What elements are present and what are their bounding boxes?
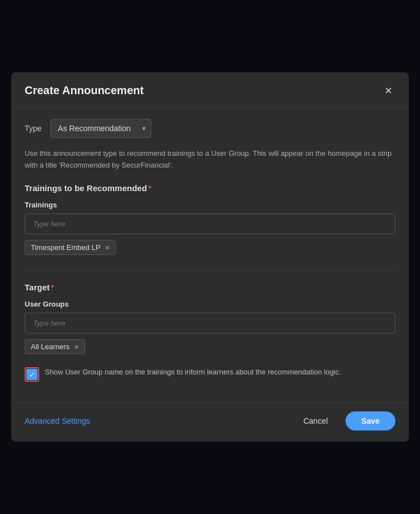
create-announcement-modal: Create Announcement × Type As Recommenda… bbox=[11, 72, 409, 442]
training-tag: Timespent Embed LP × bbox=[25, 240, 116, 255]
type-select-wrapper: As Recommendation As Notification As Ban… bbox=[50, 119, 151, 138]
close-button[interactable]: × bbox=[381, 84, 395, 98]
target-section: Target* User Groups All Learners × bbox=[25, 283, 395, 356]
type-row: Type As Recommendation As Notification A… bbox=[25, 119, 395, 138]
show-user-group-checkbox[interactable]: ✓ bbox=[26, 369, 38, 380]
modal-footer: Advanced Settings Cancel Save bbox=[11, 402, 409, 442]
training-tag-remove-button[interactable]: × bbox=[105, 244, 110, 252]
required-star-target: * bbox=[51, 283, 54, 292]
trainings-section-title: Trainings to be Recommended* bbox=[25, 183, 395, 193]
footer-actions: Cancel Save bbox=[292, 411, 395, 430]
required-star-trainings: * bbox=[148, 183, 151, 193]
checkmark-icon: ✓ bbox=[29, 371, 35, 378]
user-groups-field-label: User Groups bbox=[25, 300, 395, 308]
show-user-group-checkbox-row: ✓ Show User Group name on the trainings … bbox=[25, 367, 395, 382]
modal-overlay: Create Announcement × Type As Recommenda… bbox=[0, 0, 420, 514]
cancel-button[interactable]: Cancel bbox=[292, 411, 339, 430]
save-button[interactable]: Save bbox=[346, 411, 395, 430]
type-select[interactable]: As Recommendation As Notification As Ban… bbox=[50, 119, 151, 138]
checkbox-label: Show User Group name on the trainings to… bbox=[45, 367, 341, 378]
type-field-label: Type bbox=[25, 124, 41, 133]
user-group-tag: All Learners × bbox=[25, 339, 85, 354]
training-tag-label: Timespent Embed LP bbox=[31, 243, 101, 252]
user-group-tag-label: All Learners bbox=[31, 342, 69, 351]
modal-header: Create Announcement × bbox=[11, 72, 409, 108]
section-divider bbox=[25, 271, 395, 271]
target-section-title: Target* bbox=[25, 283, 395, 292]
modal-title: Create Announcement bbox=[25, 84, 144, 97]
trainings-field-label: Trainings bbox=[25, 201, 395, 209]
trainings-section: Trainings to be Recommended* Trainings T… bbox=[25, 183, 395, 257]
description-text: Use this announcement type to recommend … bbox=[25, 148, 395, 172]
advanced-settings-button[interactable]: Advanced Settings bbox=[25, 416, 90, 425]
modal-body: Type As Recommendation As Notification A… bbox=[11, 108, 409, 398]
trainings-search-input[interactable] bbox=[25, 214, 395, 234]
user-group-tag-remove-button[interactable]: × bbox=[74, 343, 78, 351]
checkbox-border-wrapper: ✓ bbox=[25, 367, 39, 382]
user-groups-search-input[interactable] bbox=[25, 313, 395, 334]
